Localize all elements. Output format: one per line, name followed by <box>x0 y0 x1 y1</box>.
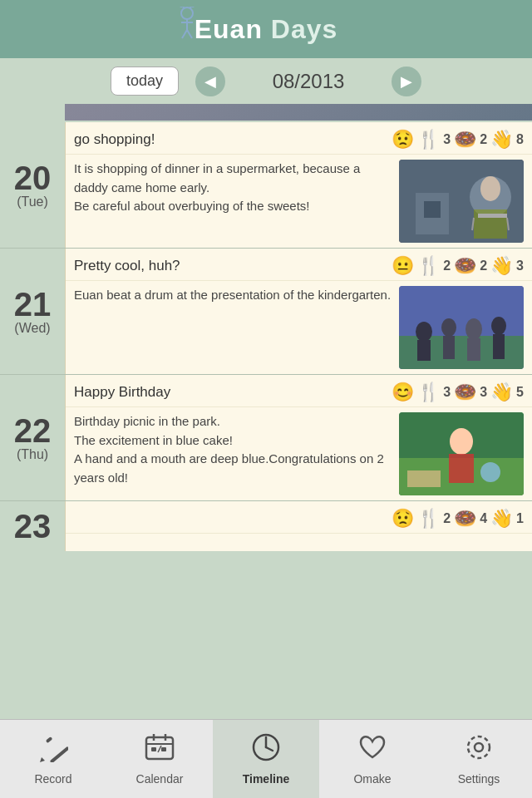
fork-icon-22: 🍴 <box>417 382 440 403</box>
hand-icon-23: 👋 <box>490 508 513 530</box>
day-label-23[interactable]: 23 <box>0 501 65 551</box>
event-photo-20[interactable] <box>399 160 524 243</box>
record-icon <box>38 732 68 769</box>
event-row-22[interactable]: Happy Birthday 😊 🍴 3 🍩 3 👋 5 <box>66 375 532 407</box>
event-row-23[interactable]: 😟 🍴 2 🍩 4 👋 1 <box>66 501 532 534</box>
svg-rect-31 <box>449 454 474 483</box>
day-content-22: Happy Birthday 😊 🍴 3 🍩 3 👋 5 Birthday pi… <box>65 375 532 500</box>
mascot-icon <box>175 7 200 46</box>
mood-icon-23: 😟 <box>392 508 414 530</box>
event-detail-21[interactable]: Euan beat a drum at the presentation of … <box>66 281 532 374</box>
tab-record-label: Record <box>34 772 71 786</box>
svg-rect-27 <box>493 334 505 359</box>
day-entry-20: 20 (Tue) go shopping! 😟 🍴 3 🍩 2 👋 8 It i… <box>0 122 532 249</box>
calendar-scroll-area: 20 (Tue) go shopping! 😟 🍴 3 🍩 2 👋 8 It i… <box>0 104 532 719</box>
day-content-23-partial: 😟 🍴 2 🍩 4 👋 1 <box>65 501 532 551</box>
day-entry-22: 22 (Thu) Happy Birthday 😊 🍴 3 🍩 3 👋 5 Bi… <box>0 375 532 501</box>
svg-line-4 <box>187 30 192 38</box>
date-navigation: today ◀ 08/2013 ▶ <box>0 58 532 104</box>
hand-icon-22: 👋 <box>490 382 513 403</box>
svg-rect-25 <box>467 338 480 361</box>
svg-rect-15 <box>478 214 507 218</box>
calendar-icon <box>145 732 175 769</box>
fork-icon-23: 🍴 <box>417 508 440 530</box>
svg-rect-23 <box>443 336 455 359</box>
tab-bar: Record Calendar Timeline <box>0 719 532 798</box>
app-header: Euan Days <box>0 0 532 58</box>
svg-rect-41 <box>151 747 156 751</box>
omake-icon <box>357 732 387 769</box>
fork-icon-21: 🍴 <box>417 255 440 277</box>
svg-line-43 <box>158 746 161 752</box>
tab-calendar-label: Calendar <box>136 772 184 786</box>
event-icons-22: 😊 🍴 3 🍩 3 👋 5 <box>392 382 524 403</box>
svg-line-46 <box>266 747 273 751</box>
tab-timeline[interactable]: Timeline <box>213 720 319 798</box>
svg-point-48 <box>468 736 490 758</box>
cookie-icon-22: 🍩 <box>454 382 476 403</box>
svg-point-22 <box>441 318 456 337</box>
day-entry-21: 21 (Wed) Pretty cool, huh? 😐 🍴 2 🍩 2 👋 3… <box>0 249 532 375</box>
event-detail-22[interactable]: Birthday picnic in the park.The exciteme… <box>66 407 532 500</box>
event-photo-22[interactable] <box>399 412 524 495</box>
mood-icon-21: 😐 <box>392 255 414 277</box>
cookie-icon-20: 🍩 <box>454 129 476 150</box>
today-button[interactable]: today <box>111 66 179 96</box>
day-content-21: Pretty cool, huh? 😐 🍴 2 🍩 2 👋 3 Euan bea… <box>65 249 532 374</box>
prev-month-button[interactable]: ◀ <box>195 66 225 96</box>
tab-calendar[interactable]: Calendar <box>106 720 213 798</box>
tab-omake[interactable]: Omake <box>319 720 426 798</box>
svg-rect-32 <box>407 470 441 487</box>
svg-point-47 <box>475 743 483 751</box>
cookie-icon-23: 🍩 <box>454 508 476 530</box>
mood-icon-20: 😟 <box>392 129 414 150</box>
event-detail-20[interactable]: It is shopping of dinner in a supermarke… <box>66 155 532 248</box>
current-date-display: 08/2013 <box>242 70 375 93</box>
event-icons-23: 😟 🍴 2 🍩 4 👋 1 <box>392 508 524 530</box>
svg-point-33 <box>480 462 500 482</box>
svg-point-14 <box>480 176 500 201</box>
hand-icon-21: 👋 <box>490 255 513 277</box>
next-month-button[interactable]: ▶ <box>392 66 421 96</box>
svg-line-3 <box>182 30 187 38</box>
event-icons-20: 😟 🍴 3 🍩 2 👋 8 <box>392 129 524 150</box>
event-row-20[interactable]: go shopping! 😟 🍴 3 🍩 2 👋 8 <box>66 122 532 155</box>
svg-rect-21 <box>417 340 431 361</box>
svg-rect-11 <box>424 201 441 218</box>
svg-point-26 <box>491 317 506 335</box>
tab-timeline-label: Timeline <box>243 772 290 786</box>
svg-rect-42 <box>161 747 166 751</box>
day-label-21[interactable]: 21 (Wed) <box>0 249 65 374</box>
svg-rect-35 <box>46 736 53 743</box>
cookie-icon-21: 🍩 <box>454 255 476 277</box>
event-row-21[interactable]: Pretty cool, huh? 😐 🍴 2 🍩 2 👋 3 <box>66 249 532 281</box>
tab-settings-label: Settings <box>458 772 500 786</box>
day-entry-23-partial: 23 😟 🍴 2 🍩 4 👋 1 <box>0 501 532 551</box>
svg-point-0 <box>181 7 193 19</box>
app-title: Euan Days <box>195 14 338 45</box>
svg-point-24 <box>466 318 482 340</box>
svg-marker-36 <box>40 757 45 762</box>
event-icons-21: 😐 🍴 2 🍩 2 👋 3 <box>392 255 524 277</box>
timeline-icon <box>251 732 281 769</box>
svg-point-20 <box>416 322 432 342</box>
fork-icon-20: 🍴 <box>417 129 440 150</box>
mood-icon-22: 😊 <box>392 382 414 403</box>
day-label-20[interactable]: 20 (Tue) <box>0 122 65 248</box>
tab-settings[interactable]: Settings <box>426 720 532 798</box>
day-label-22[interactable]: 22 (Thu) <box>0 375 65 500</box>
svg-rect-34 <box>50 746 68 762</box>
tab-omake-label: Omake <box>353 772 391 786</box>
tab-record[interactable]: Record <box>0 720 106 798</box>
event-photo-21[interactable] <box>399 286 524 369</box>
settings-icon <box>464 732 494 769</box>
svg-point-30 <box>450 428 473 455</box>
day-content-20: go shopping! 😟 🍴 3 🍩 2 👋 8 It is shoppin… <box>65 122 532 248</box>
hand-icon-20: 👋 <box>490 129 513 150</box>
